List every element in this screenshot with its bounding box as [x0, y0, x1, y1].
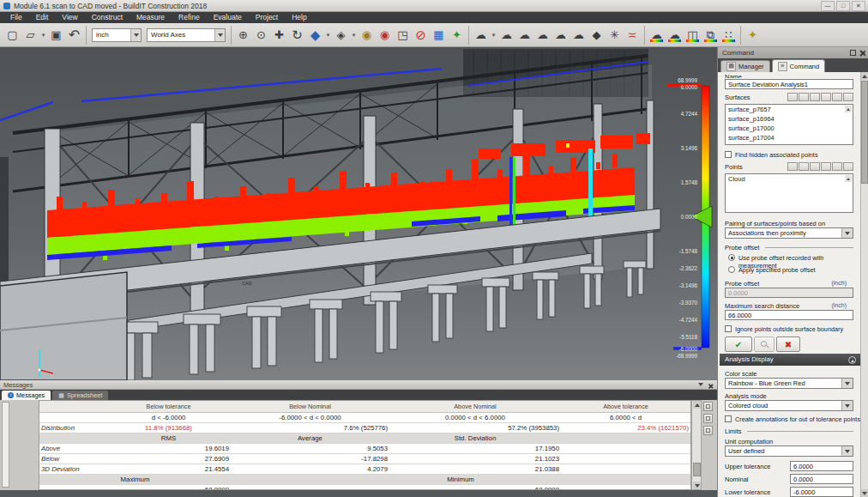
- points-list[interactable]: Cloud: [725, 173, 853, 213]
- color-scale-select-arrow-icon[interactable]: [841, 379, 853, 388]
- probe-offset-recorded-radio[interactable]: [728, 254, 735, 261]
- close-button[interactable]: ✕: [852, 1, 865, 11]
- table-scroll-thumb[interactable]: [693, 463, 701, 476]
- surfaces-tool-button-6[interactable]: [843, 93, 853, 101]
- preview-button[interactable]: [754, 336, 775, 352]
- unit-dropdown-arrow-icon[interactable]: [130, 29, 141, 41]
- points-tool-button-3[interactable]: [810, 162, 820, 171]
- menu-view[interactable]: View: [55, 12, 84, 23]
- save-icon[interactable]: ▣: [47, 26, 65, 44]
- ruler-icon[interactable]: ≍: [624, 26, 642, 44]
- command-panel-scrollbar[interactable]: [860, 72, 868, 497]
- cancel-button[interactable]: ✖: [776, 336, 800, 352]
- cloud-import-icon[interactable]: ☁: [472, 26, 490, 44]
- tab-spreadsheet[interactable]: ▦ Spreadsheet: [52, 391, 108, 400]
- surfaces-tool-button-3[interactable]: [810, 93, 820, 101]
- apply-button[interactable]: ✔: [725, 336, 752, 352]
- dock-icon[interactable]: [703, 402, 713, 411]
- surfaces-tool-button-1[interactable]: [787, 93, 798, 101]
- close-messages-icon[interactable]: [708, 383, 713, 388]
- analysis-mode-select[interactable]: Colored cloud: [725, 400, 853, 411]
- pairing-select[interactable]: Associations then proximity: [725, 227, 853, 239]
- cloud-section-icon[interactable]: ☁: [552, 26, 570, 44]
- table-scrollbar[interactable]: [691, 400, 702, 490]
- collapse-icon[interactable]: [848, 356, 856, 364]
- unit-computation-select[interactable]: User defined: [725, 445, 853, 457]
- surfaces-tool-button-4[interactable]: [821, 93, 831, 101]
- deviation-compare-icon[interactable]: ◫: [684, 26, 702, 44]
- display-mode-dropdown-icon[interactable]: ▾: [350, 26, 358, 44]
- analysis-mode-select-arrow-icon[interactable]: [841, 401, 853, 410]
- axes-dropdown-arrow-icon[interactable]: [214, 29, 225, 41]
- no-display-icon[interactable]: ⊘: [412, 26, 430, 44]
- cloud-merge-icon[interactable]: ☁: [497, 26, 515, 44]
- open-dropdown-icon[interactable]: ▾: [39, 26, 47, 44]
- new-file-icon[interactable]: ▢: [3, 26, 21, 44]
- open-file-icon[interactable]: ▱: [21, 26, 39, 44]
- color-scale-select[interactable]: Rainbow - Blue Green Red: [725, 378, 853, 389]
- tab-command[interactable]: » Command: [772, 59, 826, 72]
- record-icon[interactable]: ◉: [376, 26, 394, 44]
- undo-icon[interactable]: ↶: [65, 26, 83, 44]
- unit-dropdown[interactable]: inch: [92, 28, 142, 42]
- point-select-icon[interactable]: ◆: [588, 26, 606, 44]
- cloud-mesh-icon[interactable]: ☁: [570, 26, 588, 44]
- deviation-stats-table[interactable]: Below tolerance Below Nominal Above Nomi…: [39, 400, 691, 490]
- options-icon[interactable]: [703, 426, 713, 435]
- surfaces-tool-button-2[interactable]: [799, 93, 809, 101]
- cloud-dropdown-icon[interactable]: ▾: [490, 26, 497, 44]
- minimize-button[interactable]: —: [821, 1, 835, 11]
- menu-refine[interactable]: Refine: [172, 12, 207, 23]
- spline-icon[interactable]: ✳: [606, 26, 624, 44]
- max-search-input[interactable]: 66.0000: [725, 310, 853, 320]
- tab-messages[interactable]: i Messages: [2, 391, 51, 400]
- unit-computation-select-arrow-icon[interactable]: [841, 446, 853, 456]
- menu-measure[interactable]: Measure: [130, 12, 172, 23]
- list-item[interactable]: Cloud: [726, 174, 853, 184]
- license-key-icon[interactable]: ✦: [744, 26, 762, 44]
- view-cube-icon[interactable]: ◆: [306, 26, 324, 44]
- table-scroll-up-icon[interactable]: [693, 401, 701, 409]
- cloud-extract-icon[interactable]: ☁: [515, 26, 533, 44]
- close-panel-icon[interactable]: [859, 50, 865, 57]
- list-scroll-up-icon[interactable]: [845, 106, 852, 112]
- list-item[interactable]: surface_p17000: [726, 124, 853, 133]
- pairing-select-arrow-icon[interactable]: [841, 228, 853, 238]
- pin-icon[interactable]: [850, 50, 856, 56]
- tab-manager[interactable]: ▤ Manager: [720, 60, 770, 72]
- points-tool-button-4[interactable]: [821, 162, 831, 171]
- deviation-points-icon[interactable]: ∷: [720, 26, 738, 44]
- image-view-icon[interactable]: ▦: [430, 26, 448, 44]
- display-mode-icon[interactable]: ◈: [332, 26, 350, 44]
- list-item[interactable]: surface_p16964: [726, 114, 853, 124]
- cloud-filter-icon[interactable]: ☁: [533, 26, 552, 44]
- zoom-window-icon[interactable]: ⊙: [252, 26, 270, 44]
- scroll-down-icon[interactable]: [861, 489, 868, 497]
- probe-offset-specified-radio[interactable]: [728, 266, 735, 273]
- scroll-thumb[interactable]: [861, 81, 868, 184]
- orbit-icon[interactable]: ↻: [288, 26, 306, 44]
- select-view-icon[interactable]: ◳: [394, 26, 412, 44]
- probe-offset-input[interactable]: 0.0000: [725, 288, 853, 298]
- points-tool-button-2[interactable]: [799, 162, 809, 171]
- lower-tolerance-input[interactable]: -6.0000: [790, 487, 853, 497]
- menu-construct[interactable]: Construct: [85, 12, 130, 23]
- ignore-outside-checkbox[interactable]: [725, 325, 732, 332]
- list-scroll-up-icon[interactable]: [845, 175, 852, 182]
- fit-view-icon[interactable]: ⊕: [234, 26, 252, 44]
- connector-icon[interactable]: ✦: [448, 26, 466, 44]
- nominal-input[interactable]: 0.0000: [790, 474, 853, 484]
- surfaces-tool-button-5[interactable]: [832, 93, 842, 101]
- menu-help[interactable]: Help: [285, 12, 313, 23]
- analysis-display-header[interactable]: Analysis Display: [720, 354, 860, 366]
- points-tool-button-1[interactable]: [787, 162, 798, 171]
- find-hidden-checkbox[interactable]: [725, 151, 732, 158]
- menu-evaluate[interactable]: Evaluate: [207, 12, 249, 23]
- table-scroll-down-icon[interactable]: [693, 482, 701, 489]
- snapshot-icon[interactable]: ◉: [358, 26, 376, 44]
- export-icon[interactable]: [703, 414, 713, 423]
- deviation-cloud-icon[interactable]: ☁: [648, 26, 666, 44]
- menu-project[interactable]: Project: [249, 12, 285, 23]
- pan-icon[interactable]: ✚: [270, 26, 288, 44]
- view-cube-dropdown-icon[interactable]: ▾: [324, 26, 332, 44]
